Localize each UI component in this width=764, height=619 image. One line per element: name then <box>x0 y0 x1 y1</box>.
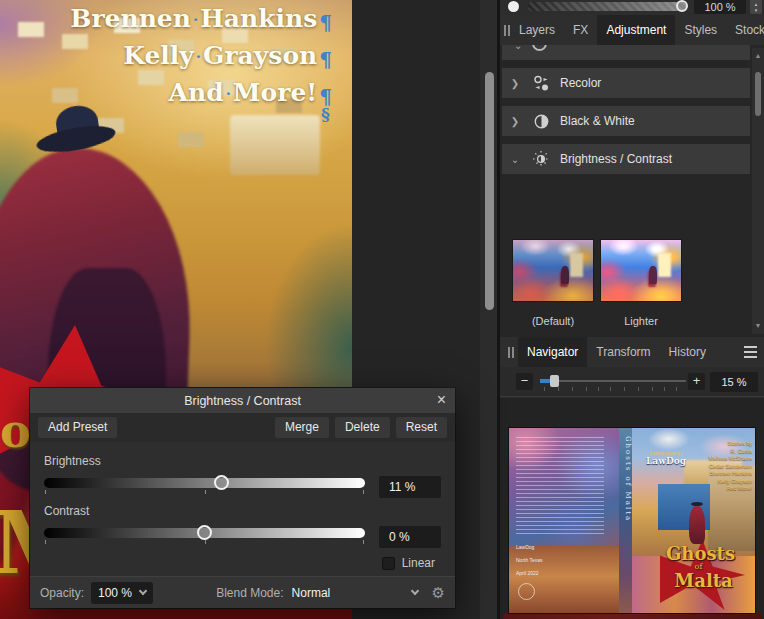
panel-menu-icon[interactable] <box>739 337 761 367</box>
chevron-right-icon[interactable]: ❯ <box>502 78 528 89</box>
preset-default-label: (Default) <box>512 315 594 327</box>
gear-icon[interactable]: ⚙ <box>432 584 445 602</box>
brightness-label: Brightness <box>44 454 441 468</box>
close-icon[interactable]: × <box>437 391 446 409</box>
adjustment-row-brightness-contrast[interactable]: ⌄ Brightness / Contrast <box>502 144 750 174</box>
navigator-preview[interactable]: LawDog North Texas April 2022 Ghosts of … <box>500 398 764 619</box>
adjustment-row-recolor[interactable]: ❯ Recolor <box>502 68 750 98</box>
preset-lighter-label: Lighter <box>600 315 682 327</box>
layer-opacity-strip: 100 % ▴▾ <box>500 0 764 15</box>
reset-button[interactable]: Reset <box>396 417 447 438</box>
space-mark: · <box>226 85 231 103</box>
chevron-right-icon[interactable]: ❯ <box>502 116 528 127</box>
tab-styles[interactable]: Styles <box>675 15 726 45</box>
contrast-label: Contrast <box>44 504 441 518</box>
front-figure-hat <box>691 502 703 506</box>
navigator-zoom-row: − + 15 % <box>500 367 764 397</box>
zoom-percentage-value[interactable]: 15 % <box>710 372 758 392</box>
blend-mode-label: Blend Mode: <box>216 586 283 600</box>
navigator-tab-bar: Navigator Transform History <box>500 337 764 367</box>
zoom-out-button[interactable]: − <box>516 373 533 390</box>
layer-opacity-stepper[interactable]: ▴▾ <box>750 0 762 14</box>
spine: Ghosts of Malta <box>619 428 632 613</box>
tab-layers[interactable]: Layers <box>510 15 564 45</box>
tab-fx[interactable]: FX <box>564 15 597 45</box>
linear-label: Linear <box>402 556 435 570</box>
linear-checkbox[interactable] <box>382 557 395 570</box>
dialog-title: Brightness / Contrast <box>184 394 301 408</box>
section-mark: § <box>321 104 330 124</box>
right-panel: 100 % ▴▾ Layers FX Adjustment Styles Sto… <box>500 0 764 619</box>
affinity-app-window: o M Brennen·Hankins¶ Kelly·Grayson¶ And·… <box>0 0 764 619</box>
opacity-dropdown[interactable]: 100 % <box>91 582 153 604</box>
preset-lighter-thumbnail[interactable] <box>600 239 682 302</box>
adjustment-row-black-white[interactable]: ❯ Black & White <box>502 106 750 136</box>
chevron-down-icon <box>139 587 147 595</box>
delete-button[interactable]: Delete <box>335 417 390 438</box>
back-signature: LawDog <box>516 544 534 550</box>
contrast-slider[interactable] <box>44 526 365 544</box>
opacity-label: Opacity: <box>40 586 84 600</box>
brightness-value[interactable]: 11 % <box>379 476 441 498</box>
tab-transform[interactable]: Transform <box>587 337 659 367</box>
chevron-down-icon <box>410 587 418 595</box>
back-cover-text-lines <box>516 437 604 535</box>
add-preset-button[interactable]: Add Preset <box>38 417 117 438</box>
dialog-toolbar: Add Preset Merge Delete Reset <box>30 413 455 442</box>
adjustment-scrollbar[interactable]: ▲ ▼ <box>752 48 764 334</box>
contrast-knob[interactable] <box>197 525 212 540</box>
blend-mode-dropdown[interactable]: Normal <box>292 586 412 600</box>
chevron-down-icon[interactable]: ⌄ <box>502 154 528 165</box>
pilcrow-mark: ¶ <box>319 48 332 72</box>
adjustment-row-clipped[interactable]: ⌄ <box>502 45 750 60</box>
tab-history[interactable]: History <box>660 337 715 367</box>
preset-default-thumbnail[interactable] <box>512 239 594 302</box>
merge-button[interactable]: Merge <box>275 417 329 438</box>
front-author-list: Stories by R. Curtis Melissa McShane Ced… <box>709 440 752 493</box>
cover-spread-preview[interactable]: LawDog North Texas April 2022 Ghosts of … <box>509 428 755 613</box>
zoom-slider-thumb[interactable] <box>550 375 559 387</box>
layer-opacity-knob[interactable] <box>676 0 688 12</box>
intro-credit: Introduction by LawDog <box>636 450 696 466</box>
space-mark: · <box>196 48 201 66</box>
next-page-sliver <box>503 614 762 619</box>
artwork-title-letter-fragment: o <box>0 404 31 458</box>
studio-tab-bar: Layers FX Adjustment Styles Stock <box>500 15 764 45</box>
adjustment-list: ⌄ ❯ Recolor ❯ <box>500 45 764 337</box>
brightness-slider[interactable] <box>44 476 365 494</box>
black-white-icon <box>528 113 554 130</box>
space-mark: · <box>193 11 198 29</box>
scroll-up-icon[interactable]: ▲ <box>752 52 764 59</box>
back-cover: LawDog North Texas April 2022 <box>509 428 619 613</box>
canvas-vertical-scrollbar[interactable] <box>485 72 494 310</box>
layer-opacity-value[interactable]: 100 % <box>694 0 746 14</box>
back-signature: North Texas <box>516 557 543 563</box>
scroll-down-icon[interactable]: ▼ <box>752 322 764 329</box>
tab-adjustment[interactable]: Adjustment <box>597 15 675 45</box>
contrast-value[interactable]: 0 % <box>379 526 441 548</box>
zoom-in-button[interactable]: + <box>688 373 705 390</box>
spine-title: Ghosts of Malta <box>619 436 632 606</box>
brightness-contrast-dialog: Brightness / Contrast × Add Preset Merge… <box>30 388 455 608</box>
zoom-slider-track[interactable] <box>540 380 686 382</box>
tab-navigator[interactable]: Navigator <box>518 337 587 367</box>
front-title: Ghosts of Malta <box>632 544 755 590</box>
dialog-body: Brightness 11 % Contrast 0 % <box>30 442 455 570</box>
cover-author-text: Brennen·Hankins¶ Kelly·Grayson¶ And·More… <box>70 2 332 113</box>
dialog-titlebar[interactable]: Brightness / Contrast × <box>30 388 455 413</box>
recolor-icon <box>528 75 554 92</box>
layer-opacity-slider[interactable] <box>528 2 686 11</box>
dialog-footer: Opacity: 100 % Blend Mode: Normal ⚙ <box>30 576 455 608</box>
scrollbar-thumb[interactable] <box>755 72 761 116</box>
front-cover: Introduction by LawDog Stories by R. Cur… <box>632 428 755 613</box>
preset-gallery: (Default) Lighter <box>500 223 748 337</box>
zoom-slider-ticks <box>540 387 686 392</box>
tab-stock[interactable]: Stock <box>726 15 764 45</box>
back-signature: April 2022 <box>516 570 539 576</box>
publisher-stamp-icon <box>518 583 535 600</box>
chevron-down-icon: ⌄ <box>514 45 522 51</box>
brightness-track[interactable] <box>44 478 365 488</box>
author-line: Brennen·Hankins¶ <box>70 2 332 39</box>
adjustment-icon <box>532 45 547 51</box>
panel-drag-handle-icon[interactable] <box>504 337 518 367</box>
